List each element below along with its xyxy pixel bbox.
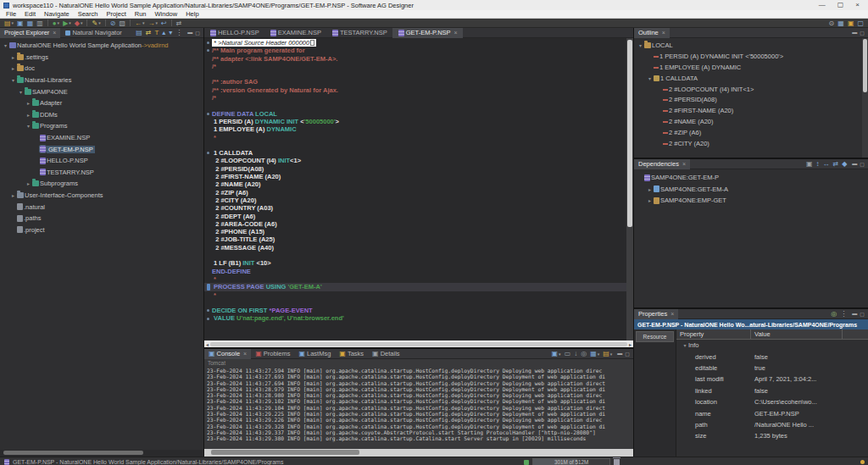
collapse-arrow-icon[interactable]: ▾ <box>18 89 24 95</box>
expand-arrow-icon[interactable]: ▸ <box>647 186 653 192</box>
tab-dependencies[interactable]: Dependencies × <box>634 159 690 169</box>
new-wizard-icon[interactable]: ▤▾ <box>4 19 14 27</box>
garbage-collect-icon[interactable] <box>614 459 620 465</box>
scroll-right-icon[interactable]: ▸ <box>629 341 632 347</box>
property-row[interactable]: path/NaturalONE Hello ... <box>676 419 868 430</box>
external-tools-icon[interactable]: ◆▾ <box>75 19 83 27</box>
expand-arrow-icon[interactable]: ▸ <box>10 65 16 71</box>
maximize-icon[interactable]: ▢ <box>860 311 865 317</box>
tree-item[interactable]: 2 #NAME (A20) <box>634 116 862 127</box>
tab-resource[interactable]: Resource <box>636 331 674 342</box>
debug-icon[interactable]: ●▾ <box>53 19 59 27</box>
menu-item-window[interactable]: Window <box>151 10 182 18</box>
restore-icon[interactable]: ▢ <box>837 1 844 9</box>
maximize-icon[interactable]: ▢ <box>860 30 865 36</box>
close-icon[interactable]: × <box>454 30 458 36</box>
clear-console-icon[interactable]: ▭ <box>565 350 571 357</box>
naturalone-perspective-icon[interactable]: ▣ <box>848 19 854 27</box>
focus-task-icon[interactable]: T <box>154 29 159 36</box>
code-line[interactable]: * <box>204 134 626 141</box>
code-line[interactable]: 2 #JOB-TITLE (A25) <box>204 235 626 243</box>
tree-item[interactable]: 2 #LOOPCOUNT (I4) INIT<1> <box>634 84 862 95</box>
property-row[interactable]: editabletrue <box>676 363 868 374</box>
run-icon[interactable]: ▶▾ <box>63 19 71 27</box>
code-line[interactable]: * <box>204 291 626 299</box>
close-icon[interactable]: × <box>855 1 860 9</box>
pencil-icon[interactable]: ✎▾ <box>92 19 100 27</box>
tree-item[interactable]: ▾1 CALLDATA <box>634 73 862 84</box>
code-line[interactable]: 1 LF (B1) INIT <10> <box>204 259 626 267</box>
code-line[interactable]: 1 CALLDATA <box>204 149 626 157</box>
code-line[interactable]: 2 #ZIP (A6) <box>204 189 626 197</box>
code-line[interactable]: 2 #DEPT (A6) <box>204 213 626 220</box>
menu-item-help[interactable]: Help <box>181 10 203 18</box>
menu-item-file[interactable]: File <box>2 10 20 18</box>
tree-item[interactable]: ▸Adapter <box>0 97 203 109</box>
code-line[interactable] <box>204 252 626 259</box>
editor-tab-testarry.nsp[interactable]: TESTARRY.NSP <box>326 28 392 38</box>
save-all-icon[interactable]: ▦ <box>27 19 34 27</box>
property-row[interactable]: linkedfalse <box>676 385 868 396</box>
code-line[interactable]: 2 #FIRST-NAME (A20) <box>204 173 626 180</box>
code-line[interactable]: 2 #NAME (A20) <box>204 180 626 188</box>
column-value[interactable]: Value <box>751 329 843 339</box>
filter-icon[interactable]: ▾ <box>169 29 172 36</box>
code-line[interactable]: 1 PERSID (A) DYNAMIC INIT <'50005000'> <box>204 118 626 125</box>
tree-item[interactable]: .natural <box>0 201 203 213</box>
minimize-icon[interactable]: ▬ <box>852 311 857 317</box>
code-line[interactable]: /** adapter <:link SAMP4ONE/GET-EM-A>. <box>204 55 626 63</box>
forward-icon[interactable]: →▾ <box>147 19 158 27</box>
expand-arrow-icon[interactable]: ▸ <box>25 100 31 106</box>
editor-tab-examine.nsp[interactable]: EXAMINE.NSP <box>264 28 326 38</box>
link-with-editor-icon[interactable]: ⇄ <box>176 19 182 27</box>
tree-item[interactable]: HELLO-P.NSP <box>0 155 203 167</box>
code-line[interactable]: 2 #CITY (A20) <box>204 197 626 204</box>
tree-item[interactable]: 2 #ZIP (A6) <box>634 127 862 138</box>
expand-arrow-icon[interactable]: ▸ <box>647 197 653 203</box>
property-row[interactable]: last modifiApril 7, 2021, 3:04:2... <box>676 374 868 385</box>
code-line[interactable]: * <box>204 275 626 283</box>
code-line[interactable]: /** Main program generated for <box>204 47 626 54</box>
collapse-arrow-icon[interactable]: ▾ <box>25 123 31 129</box>
code-line[interactable]: VALUE U'nat:page.end', U'nat:browser.end… <box>204 314 626 322</box>
minimize-icon[interactable]: ▬ <box>187 30 192 36</box>
column-property[interactable]: Property <box>676 329 751 339</box>
collapse-all-icon[interactable]: ▴ <box>162 29 165 36</box>
editor-horizontal-scrollbar[interactable]: ◂ ▸ <box>204 340 633 347</box>
tree-item[interactable]: .paths <box>0 213 203 224</box>
minimize-icon[interactable]: ▬ <box>617 351 622 357</box>
tree-item[interactable]: 1 EMPLOYEE (A) DYNAMIC <box>634 62 862 73</box>
tree-item[interactable]: 2 #CITY (A20) <box>634 138 862 149</box>
tree-item[interactable]: 2 #PERSID(A08) <box>634 94 862 105</box>
menu-item-project[interactable]: Project <box>102 10 130 18</box>
code-line[interactable] <box>204 102 626 109</box>
tree-item[interactable]: ▸Subprograms <box>0 178 203 190</box>
last-edit-location-icon[interactable]: ↩ <box>161 19 167 27</box>
scroll-left-icon[interactable]: ◂ <box>206 341 209 347</box>
open-console-icon[interactable]: ▤▾ <box>603 350 612 357</box>
property-row[interactable]: derivedfalse <box>676 351 868 362</box>
menu-item-run[interactable]: Run <box>131 10 151 18</box>
code-line[interactable] <box>204 70 626 78</box>
code-line[interactable] <box>204 141 626 149</box>
collapse-arrow-icon[interactable]: ▾ <box>682 342 688 348</box>
view-menu-icon[interactable]: ⋮ <box>840 310 847 318</box>
code-line[interactable]: /** :author SAG <box>204 78 626 86</box>
maximize-icon[interactable]: ▢ <box>625 351 630 357</box>
source-header-field[interactable]: * >Natural Source Header 000000 <box>212 39 316 47</box>
collapse-arrow-icon[interactable]: ▾ <box>3 42 8 48</box>
console-horizontal-scrollbar[interactable] <box>204 449 633 457</box>
tree-item[interactable]: ▸User-Interface-Components <box>0 190 203 202</box>
console-tab-problems[interactable]: ▣Problems <box>251 349 294 359</box>
scroll-lock-icon[interactable]: ↓ <box>574 350 577 357</box>
editor-tab-hello-p.nsp[interactable]: HELLO-P.NSP <box>204 28 264 38</box>
view-menu-icon[interactable]: ⋮ <box>175 29 182 36</box>
console-tab-lastmsg[interactable]: ▣LastMsg <box>294 349 335 359</box>
editor-tab-get-em-p.nsp[interactable]: GET-EM-P.NSP× <box>392 28 463 38</box>
code-line[interactable]: 2 #LOOPCOUNT (I4) INIT<1> <box>204 157 626 164</box>
tree-item[interactable]: ▾SAMP4ONE <box>0 86 203 97</box>
property-row[interactable]: locationC:\Users\ecohen\wo... <box>676 396 868 407</box>
pin-properties-icon[interactable]: ◎ <box>831 310 837 318</box>
console-tab-tasks[interactable]: ▣Tasks <box>335 349 368 359</box>
code-line[interactable]: DECIDE ON FIRST *PAGE-EVENT <box>204 307 626 314</box>
